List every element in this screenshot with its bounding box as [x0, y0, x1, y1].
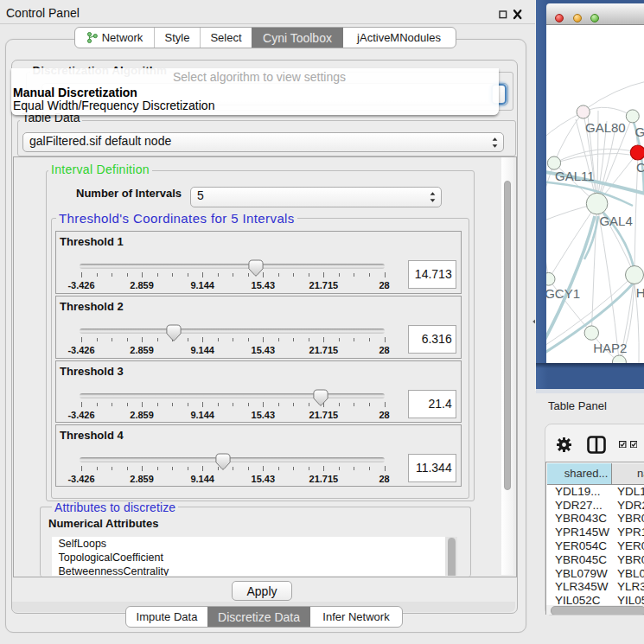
svg-text:GAL2: GAL2 — [635, 124, 644, 139]
svg-text:GAL11: GAL11 — [555, 169, 595, 183]
svg-text:GAL4: GAL4 — [599, 214, 632, 228]
svg-text:HAP2: HAP2 — [593, 341, 627, 355]
svg-text:GAL80: GAL80 — [585, 120, 626, 135]
svg-text:GCY1: GCY1 — [546, 286, 580, 301]
svg-text:CDC1: CDC1 — [636, 160, 644, 175]
svg-text:HIS7: HIS7 — [636, 285, 644, 300]
